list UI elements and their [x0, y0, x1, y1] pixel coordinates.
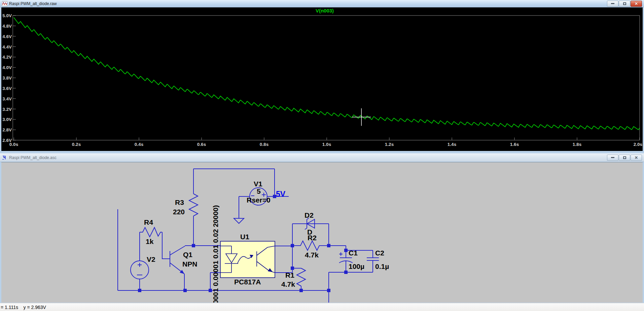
- ground-symbol: [234, 218, 244, 223]
- y-tick-label: 3.8V: [2, 75, 12, 81]
- minimize-button[interactable]: [607, 155, 618, 161]
- restore-icon: [623, 2, 626, 5]
- junction-dot: [192, 244, 195, 247]
- component-label[interactable]: 4.7k: [281, 280, 295, 288]
- x-tick-label: 0.6s: [197, 142, 206, 147]
- junction-dot: [291, 244, 294, 247]
- component-label[interactable]: R2: [308, 234, 317, 242]
- x-tick-label: 0.8s: [260, 142, 269, 147]
- trace-legend[interactable]: V(n003): [316, 8, 334, 13]
- junction-dot: [183, 289, 187, 292]
- schematic-window: Raspi PWM_alt_diode.asc ✕: [0, 153, 644, 303]
- component-label[interactable]: R3: [175, 198, 184, 206]
- restore-button[interactable]: [619, 1, 630, 7]
- component-label[interactable]: PC817A: [234, 278, 261, 286]
- component-label[interactable]: 1k: [146, 238, 154, 245]
- component-label[interactable]: D2: [305, 211, 314, 219]
- component-label[interactable]: R1: [285, 271, 294, 279]
- junction-dot: [299, 289, 303, 292]
- y-tick-label: 4.6V: [2, 34, 12, 39]
- y-tick-label: 3.2V: [2, 107, 12, 112]
- component-label[interactable]: V1: [254, 180, 262, 188]
- waveform-window: Raspi PWM_alt_diode.raw ✕ 5.0V4.8V4.6V4.…: [0, 0, 644, 153]
- x-tick-label: 1.2s: [385, 142, 394, 147]
- x-tick-label: 1.8s: [573, 142, 581, 147]
- restore-button[interactable]: [619, 155, 630, 161]
- component-label[interactable]: V2: [147, 255, 155, 263]
- waveform-plot[interactable]: 5.0V4.8V4.6V4.4V4.2V4.0V3.8V3.6V3.4V3.2V…: [1, 7, 643, 151]
- y-tick-label: 3.6V: [2, 86, 12, 91]
- x-tick-label: 0.2s: [72, 142, 81, 147]
- status-bar: = 1.111s y = 2.963V: [0, 303, 644, 311]
- waveform-window-controls: ✕: [607, 1, 642, 7]
- component-label[interactable]: Rser=0: [247, 196, 271, 204]
- x-tick-label: 1.6s: [510, 142, 519, 147]
- x-tick-label: 0.4s: [135, 142, 143, 147]
- x-tick-label: 1.0s: [322, 142, 331, 147]
- junction-dot: [327, 244, 330, 247]
- junction-dot: [291, 267, 294, 270]
- close-icon: ✕: [635, 2, 638, 6]
- waveform-file-icon: [2, 1, 7, 6]
- component-label[interactable]: 220: [173, 208, 185, 216]
- junction-dot: [138, 289, 141, 292]
- schematic-titlebar[interactable]: Raspi PWM_alt_diode.asc ✕: [0, 153, 644, 162]
- component-label[interactable]: 4.7k: [305, 251, 319, 259]
- junction-dot: [344, 271, 348, 274]
- resistor-R3[interactable]: [189, 169, 198, 246]
- cursor-readout: = 1.111s y = 2.963V: [1, 305, 46, 310]
- close-button[interactable]: ✕: [631, 155, 642, 161]
- component-label[interactable]: 0.00001 0.00001 0.01 0.02 20000): [212, 205, 219, 303]
- schematic-window-controls: ✕: [607, 155, 642, 161]
- schematic-canvas[interactable]: R3220R41kV2Q1NPNU1PC817AV15Rser=05VD2DR2…: [1, 162, 643, 303]
- x-tick-label: 2.0s: [634, 142, 642, 147]
- waveform-window-title: Raspi PWM_alt_diode.raw: [9, 1, 57, 6]
- y-tick-label: 4.4V: [2, 44, 12, 50]
- component-label[interactable]: 5: [257, 187, 261, 195]
- y-tick-label: 4.8V: [2, 24, 12, 29]
- component-label[interactable]: C2: [375, 249, 384, 257]
- close-icon: ✕: [635, 156, 638, 160]
- component-label[interactable]: 5V: [276, 190, 286, 198]
- junction-dot: [327, 289, 330, 292]
- plot-background: [1, 7, 643, 151]
- minimize-icon: [611, 157, 614, 158]
- x-tick-label: 1.4s: [448, 142, 456, 147]
- component-label[interactable]: 100µ: [349, 262, 364, 270]
- close-button[interactable]: ✕: [631, 1, 642, 7]
- resistor-R2[interactable]: [292, 241, 329, 250]
- y-tick-label: 4.0V: [2, 65, 12, 70]
- component-label[interactable]: U1: [240, 233, 249, 241]
- y-tick-label: 3.4V: [2, 96, 12, 101]
- transistor-Q1[interactable]: [162, 232, 185, 290]
- x-tick-label: 0.0s: [9, 142, 18, 147]
- component-label[interactable]: C1: [349, 249, 358, 257]
- schematic-window-title: Raspi PWM_alt_diode.asc: [9, 155, 57, 160]
- waveform-titlebar[interactable]: Raspi PWM_alt_diode.raw ✕: [0, 0, 644, 7]
- junction-dot: [344, 249, 348, 252]
- component-label[interactable]: Q1: [183, 251, 192, 258]
- minimize-button[interactable]: [607, 1, 618, 7]
- component-label[interactable]: R4: [144, 218, 153, 226]
- y-tick-label: 5.0V: [2, 13, 12, 18]
- y-tick-label: 3.0V: [2, 117, 12, 122]
- minimize-icon: [611, 3, 614, 4]
- optocoupler-U1[interactable]: [220, 241, 275, 278]
- y-tick-label: 4.2V: [2, 55, 12, 60]
- component-label[interactable]: NPN: [182, 260, 197, 268]
- restore-icon: [623, 156, 626, 159]
- resistor-R4[interactable]: [140, 227, 162, 237]
- y-tick-label: 2.8V: [2, 127, 12, 132]
- component-label[interactable]: 0.1µ: [375, 262, 389, 270]
- schematic-file-icon: [2, 155, 7, 160]
